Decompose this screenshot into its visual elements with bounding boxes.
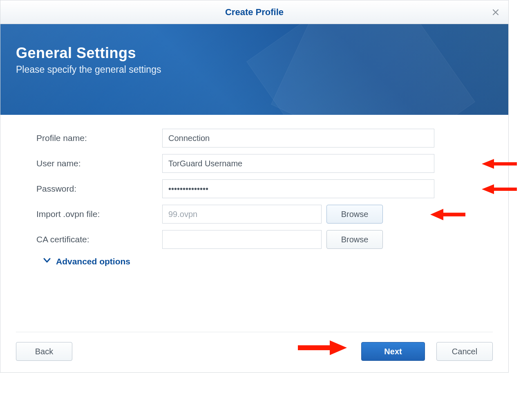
user-name-label: User name:: [36, 159, 162, 168]
next-button[interactable]: Next: [361, 342, 425, 361]
back-button[interactable]: Back: [16, 342, 72, 361]
advanced-options-toggle[interactable]: Advanced options: [43, 256, 493, 266]
chevron-down-icon: [43, 256, 51, 266]
banner: General Settings Please specify the gene…: [0, 24, 508, 115]
ca-certificate-browse-button[interactable]: Browse: [326, 230, 383, 249]
form-area: Profile name: User name: Password:: [0, 115, 508, 275]
row-ca-certificate: CA certificate: Browse: [36, 230, 493, 249]
row-password: Password:: [36, 179, 493, 198]
import-ovpn-label: Import .ovpn file:: [36, 209, 162, 219]
import-ovpn-input[interactable]: [162, 205, 322, 224]
password-label: Password:: [36, 184, 162, 194]
annotation-arrow-icon: [430, 209, 465, 220]
ca-certificate-input[interactable]: [162, 230, 322, 249]
password-input[interactable]: [162, 179, 434, 198]
annotation-arrow-icon: [482, 158, 517, 170]
row-user-name: User name:: [36, 154, 493, 173]
annotation-arrow-icon: [298, 340, 347, 356]
profile-name-input[interactable]: [162, 129, 434, 148]
user-name-input[interactable]: [162, 154, 434, 173]
footer: Back Next Cancel: [16, 332, 493, 372]
ca-certificate-label: CA certificate:: [36, 235, 162, 244]
profile-name-label: Profile name:: [36, 133, 162, 143]
window-title: Create Profile: [225, 7, 284, 18]
row-profile-name: Profile name:: [36, 129, 493, 148]
cancel-button[interactable]: Cancel: [436, 342, 493, 361]
import-ovpn-browse-button[interactable]: Browse: [326, 205, 383, 224]
banner-subheading: Please specify the general settings: [16, 64, 493, 75]
create-profile-wizard: Create Profile General Settings Please s…: [0, 0, 509, 373]
banner-heading: General Settings: [16, 45, 493, 62]
advanced-options-label: Advanced options: [56, 257, 130, 266]
row-import-ovpn: Import .ovpn file: Browse: [36, 205, 493, 224]
titlebar: Create Profile: [0, 0, 508, 24]
close-icon[interactable]: [490, 7, 501, 18]
annotation-arrow-icon: [482, 183, 517, 195]
